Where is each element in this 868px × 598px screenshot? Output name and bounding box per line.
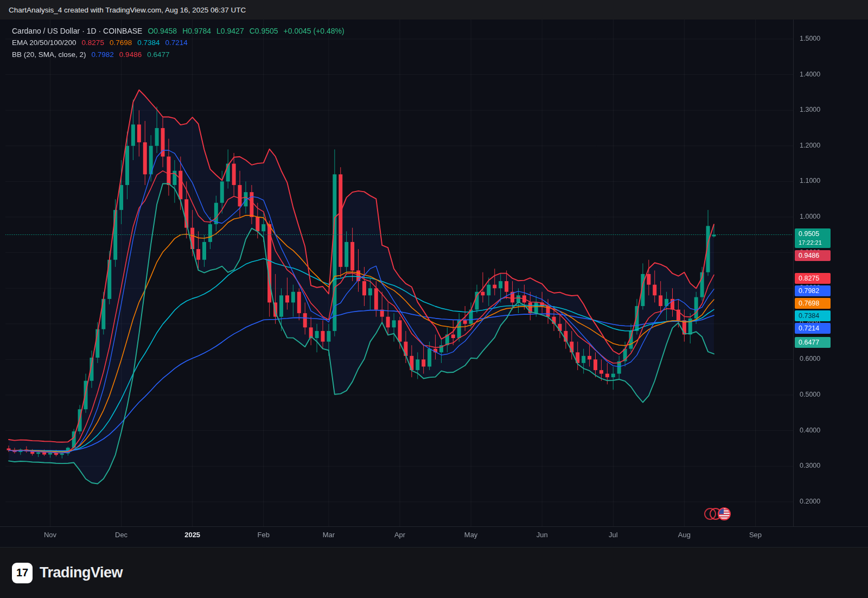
- bb-label: BB (20, SMA, close, 2): [12, 49, 86, 61]
- chart-legend: Cardano / US Dollar · 1D · COINBASE O0.9…: [12, 25, 344, 61]
- ema200-label-badge: 0.7214: [795, 323, 831, 334]
- time-axis-label: Aug: [678, 531, 691, 539]
- bb-basis-value: 0.7982: [92, 49, 114, 61]
- symbol-title: Cardano / US Dollar · 1D · COINBASE: [12, 25, 142, 37]
- window-title: ChartAnalysis_4 created with TradingView…: [9, 6, 246, 14]
- bb-legend-row[interactable]: BB (20, SMA, close, 2) 0.7982 0.9486 0.6…: [12, 49, 344, 61]
- price-tick-label: 1.5000: [800, 35, 820, 42]
- ema50-value: 0.7698: [110, 37, 132, 49]
- last-price-badge: 0.950517:22:21: [795, 228, 831, 248]
- ema200-value: 0.7214: [165, 37, 187, 49]
- time-axis-label: Mar: [323, 531, 335, 539]
- bb-upper-label-badge: 0.9486: [795, 250, 831, 261]
- time-axis-label: Sep: [749, 531, 762, 539]
- price-tick-label: 0.4000: [800, 427, 820, 434]
- us-flag-event-icon[interactable]: [704, 506, 733, 524]
- ema-label: EMA 20/50/100/200: [12, 37, 76, 49]
- logo-glyph: 17: [16, 567, 28, 579]
- price-chart-canvas[interactable]: [0, 20, 868, 547]
- bb-upper-value: 0.9486: [119, 49, 142, 61]
- time-axis-label: Jul: [609, 531, 618, 539]
- tradingview-wordmark[interactable]: TradingView: [40, 564, 123, 581]
- ema-legend-row[interactable]: EMA 20/50/100/200 0.8275 0.7698 0.7384 0…: [12, 37, 344, 49]
- ema50-label-badge: 0.7698: [795, 298, 831, 309]
- ema20-value: 0.8275: [82, 37, 104, 49]
- bb-lower-label-badge: 0.6477: [795, 337, 831, 348]
- time-axis-label: Apr: [394, 531, 405, 539]
- price-tick-label: 0.2000: [800, 498, 820, 505]
- price-tick-label: 1.4000: [800, 71, 820, 78]
- price-tick-label: 1.2000: [800, 142, 820, 149]
- ema100-value: 0.7384: [137, 37, 159, 49]
- price-tick-label: 0.6000: [800, 355, 820, 362]
- time-axis-label: Jun: [537, 531, 548, 539]
- window-title-bar: ChartAnalysis_4 created with TradingView…: [0, 0, 868, 20]
- ohlc-close: C0.9505: [250, 25, 278, 37]
- chart-region: Cardano / US Dollar · 1D · COINBASE O0.9…: [0, 20, 868, 547]
- ohlc-high: H0.9784: [182, 25, 211, 37]
- time-axis-label: Feb: [258, 531, 270, 539]
- time-axis-label: May: [464, 531, 478, 539]
- price-tick-label: 1.3000: [800, 106, 820, 113]
- price-tick-label: 0.5000: [800, 391, 820, 398]
- time-axis-label: Nov: [44, 531, 56, 539]
- time-axis[interactable]: NovDec2025FebMarAprMayJunJulAugSep: [0, 526, 868, 547]
- time-axis-label: 2025: [184, 531, 200, 539]
- price-tick-label: 1.1000: [800, 177, 820, 185]
- bb-basis-label-badge: 0.7982: [795, 285, 831, 296]
- ohlc-open: O0.9458: [148, 25, 177, 37]
- footer: 17 TradingView: [0, 547, 868, 598]
- bb-lower-value: 0.6477: [147, 49, 169, 61]
- price-tick-label: 0.3000: [800, 462, 820, 469]
- price-change: +0.0045 (+0.48%): [284, 25, 344, 37]
- tradingview-logo-icon[interactable]: 17: [12, 563, 33, 583]
- price-tick-label: 1.0000: [800, 213, 820, 220]
- ohlc-low: L0.9427: [216, 25, 244, 37]
- ema100-label-badge: 0.7384: [795, 310, 831, 321]
- ema20-label-badge: 0.8275: [795, 273, 831, 284]
- price-axis[interactable]: 1.50001.40001.30001.20001.10001.00000.90…: [793, 20, 868, 526]
- symbol-legend-row[interactable]: Cardano / US Dollar · 1D · COINBASE O0.9…: [12, 25, 344, 37]
- time-axis-label: Dec: [115, 531, 127, 539]
